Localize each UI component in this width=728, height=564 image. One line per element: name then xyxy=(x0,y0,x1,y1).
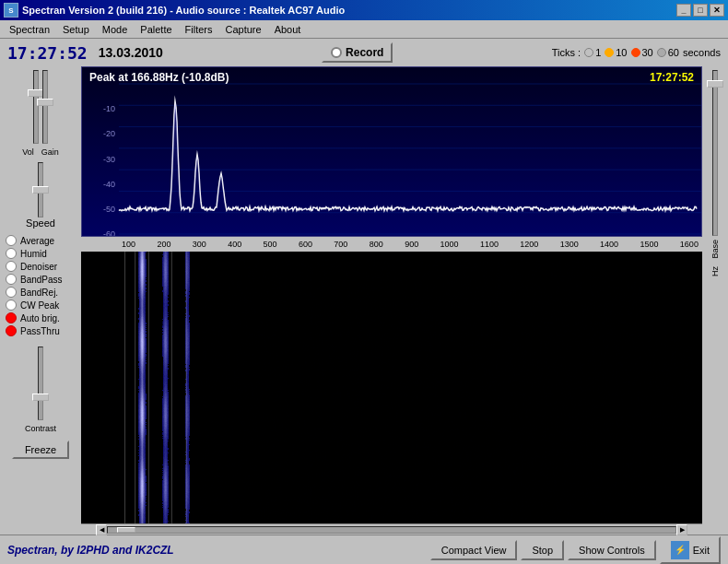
freq-label-1200: 1200 xyxy=(520,240,538,249)
menu-mode[interactable]: Mode xyxy=(97,22,134,37)
title-controls[interactable]: _ □ ✕ xyxy=(676,4,724,17)
freq-label-700: 700 xyxy=(334,240,347,249)
cb-denoiser-indicator xyxy=(6,261,17,272)
checkbox-denoiser[interactable]: Denoiser xyxy=(2,260,79,273)
gain-slider[interactable] xyxy=(42,70,48,144)
status-bar: Spectran, by I2PHD and IK2CZL Compact Vi… xyxy=(0,535,728,564)
tick-option-10[interactable]: 10 xyxy=(605,47,627,58)
contrast-slider-thumb[interactable] xyxy=(32,394,49,401)
speed-slider[interactable] xyxy=(38,162,43,217)
speed-slider-area: Speed xyxy=(26,162,55,229)
cb-humid-indicator xyxy=(6,248,17,259)
contrast-slider-track[interactable] xyxy=(38,347,43,420)
status-text: Spectran, by I2PHD and IK2CZL xyxy=(7,544,174,557)
menu-filters[interactable]: Filters xyxy=(180,22,218,37)
speed-slider-thumb[interactable] xyxy=(32,186,49,194)
date-display: 13.03.2010 xyxy=(99,45,163,60)
menu-palette[interactable]: Palette xyxy=(135,22,177,37)
frequency-axis: 100 200 300 400 500 600 700 800 900 1000… xyxy=(81,237,702,252)
left-panel: Vol Gain Speed Average Humid xyxy=(0,66,81,535)
close-button[interactable]: ✕ xyxy=(710,4,724,17)
tick-radio-10[interactable] xyxy=(605,48,614,57)
title-bar: S Spectran Version 2 (build 216) - Audio… xyxy=(0,0,728,20)
show-controls-button[interactable]: Show Controls xyxy=(568,540,656,560)
tick-option-30[interactable]: 30 xyxy=(631,47,653,58)
checkbox-bandrej[interactable]: BandRej. xyxy=(2,286,79,299)
compact-view-button[interactable]: Compact View xyxy=(430,540,518,560)
tick-label-10: 10 xyxy=(616,47,627,58)
stop-button[interactable]: Stop xyxy=(521,540,564,560)
freq-label-200: 200 xyxy=(157,240,170,249)
freq-label-500: 500 xyxy=(264,240,277,249)
spectrum-canvas xyxy=(82,67,701,236)
base-slider-track[interactable] xyxy=(712,70,718,236)
contrast-slider[interactable] xyxy=(38,347,43,420)
checkbox-humid[interactable]: Humid xyxy=(2,247,79,260)
checkbox-average[interactable]: Average xyxy=(2,234,79,247)
speed-label: Speed xyxy=(26,217,55,229)
tick-radio-60[interactable] xyxy=(657,48,666,57)
speed-slider-track[interactable] xyxy=(38,162,43,217)
cb-bandpass-indicator xyxy=(6,274,17,285)
window-title: Spectran Version 2 (build 216) - Audio s… xyxy=(22,5,345,16)
freq-label-1000: 1000 xyxy=(440,240,459,249)
exit-button[interactable]: ⚡ Exit xyxy=(660,536,721,564)
minimize-button[interactable]: _ xyxy=(676,4,691,17)
freq-label-1100: 1100 xyxy=(480,240,499,249)
cb-bandrej-label: BandRej. xyxy=(20,288,58,298)
gain-slider-thumb[interactable] xyxy=(37,99,53,106)
base-label: Base xyxy=(710,240,720,259)
menu-capture[interactable]: Capture xyxy=(220,22,267,37)
freq-label-1600: 1600 xyxy=(680,240,699,249)
freq-label-400: 400 xyxy=(228,240,241,249)
checkbox-cwpeak[interactable]: CW Peak xyxy=(2,299,79,311)
cb-passthru-indicator xyxy=(6,325,17,336)
hz-label: Hz xyxy=(710,266,720,276)
compact-view-label: Compact View xyxy=(441,545,507,556)
cb-denoiser-label: Denoiser xyxy=(20,262,57,272)
record-button[interactable]: Record xyxy=(322,42,393,63)
seconds-label: seconds xyxy=(683,47,721,58)
menu-setup[interactable]: Setup xyxy=(57,22,95,37)
freq-label-1500: 1500 xyxy=(640,240,658,249)
tick-option-1[interactable]: 1 xyxy=(584,47,601,58)
spectrum-plot: Peak at 166.88Hz (-10.8dB) 17:27:52 xyxy=(81,66,702,237)
checkbox-autobrig[interactable]: Auto brig. xyxy=(2,311,79,324)
frequency-scale: 100 200 300 400 500 600 700 800 900 1000… xyxy=(118,240,702,249)
maximize-button[interactable]: □ xyxy=(693,4,708,17)
cb-average-indicator xyxy=(6,235,17,246)
waterfall-display xyxy=(81,252,702,523)
scroll-left-arrow[interactable]: ◀ xyxy=(96,524,107,535)
spectrum-area: Peak at 166.88Hz (-10.8dB) 17:27:52 100 … xyxy=(81,66,702,535)
menu-about[interactable]: About xyxy=(269,22,307,37)
title-bar-left: S Spectran Version 2 (build 216) - Audio… xyxy=(4,3,345,18)
checkbox-bandpass[interactable]: BandPass xyxy=(2,273,79,286)
vol-slider-track[interactable] xyxy=(33,70,39,144)
vol-slider[interactable] xyxy=(33,70,39,144)
tick-option-60[interactable]: 60 xyxy=(657,47,679,58)
freeze-button[interactable]: Freeze xyxy=(12,441,69,459)
cb-passthru-label: PassThru xyxy=(20,326,60,336)
cb-autobrig-indicator xyxy=(6,312,17,323)
gain-label: Gain xyxy=(41,147,59,157)
scroll-thumb[interactable] xyxy=(117,527,135,533)
scroll-right-arrow[interactable]: ▶ xyxy=(676,524,687,535)
record-indicator xyxy=(331,47,342,58)
freeze-label: Freeze xyxy=(25,444,56,455)
spectrum-time-text: 17:27:52 xyxy=(650,71,694,84)
tick-radio-30[interactable] xyxy=(631,48,640,57)
toolbar: 17:27:52 13.03.2010 Record Ticks : 1 10 … xyxy=(0,39,728,66)
tick-radio-1[interactable] xyxy=(584,48,593,57)
base-slider-thumb[interactable] xyxy=(707,80,723,88)
right-panel: Base Hz xyxy=(702,66,728,535)
gain-slider-track[interactable] xyxy=(42,70,48,144)
scroll-track[interactable] xyxy=(107,526,676,534)
vol-label: Vol xyxy=(22,147,34,157)
contrast-area: Contrast Freeze xyxy=(12,347,69,459)
checkbox-passthru[interactable]: PassThru xyxy=(2,324,79,337)
spectrum-peak-text: Peak at 166.88Hz (-10.8dB) xyxy=(89,71,229,84)
menu-spectran[interactable]: Spectran xyxy=(4,22,55,37)
freq-label-100: 100 xyxy=(122,240,135,249)
horizontal-scrollbar[interactable]: ◀ ▶ xyxy=(81,523,702,535)
tick-label-60: 60 xyxy=(668,47,679,58)
